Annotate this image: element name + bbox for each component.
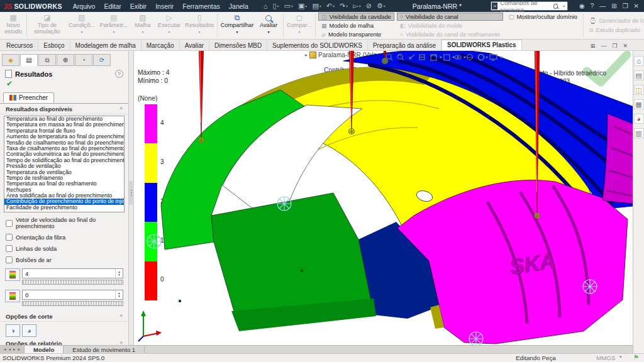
weld-lines-checkbox-row[interactable]: Linhas de solda [6, 245, 128, 252]
close-icon[interactable]: ✕ [634, 3, 639, 9]
checkbox-icon[interactable] [6, 220, 13, 227]
upper-bound-color-button[interactable] [5, 268, 20, 281]
tab-esboco[interactable]: Esboço [38, 41, 70, 50]
section-available-results[interactable]: Resultados disponíveis [0, 104, 128, 114]
tab-estudo-movimento[interactable]: Estudo de movimento 1 [64, 346, 145, 353]
tab-modelagem-de-malha[interactable]: Modelagem de malha [70, 41, 142, 50]
iso-clip-button[interactable]: ◕ [22, 324, 36, 337]
checkbox-icon[interactable] [6, 245, 13, 252]
run-button: ▷ Executar [155, 12, 183, 39]
home-icon[interactable]: ⌂ [262, 3, 270, 10]
menu-inserir[interactable]: Inserir [151, 3, 178, 10]
panel-help-icon[interactable]: ? [115, 70, 123, 78]
show-hide-domain-toggle[interactable]: ▢ Mostrar/ocultar domínio [506, 13, 580, 21]
list-item[interactable]: Facilidade de preenchimento [4, 205, 124, 211]
tab-suplementos[interactable]: Suplementos do SOLIDWORKS [267, 41, 368, 50]
panel-tab-summary-pie[interactable]: ◔ [75, 54, 92, 66]
next-tab-icon[interactable]: ▸ [13, 347, 16, 352]
select-icon[interactable]: ▻▾ [351, 2, 362, 10]
upper-bound-slider[interactable] [22, 280, 123, 285]
fiber-orientation-checkbox-row[interactable]: Orientação da fibra [6, 234, 128, 241]
spinner-arrows-icon[interactable] [115, 290, 123, 299]
heads-up-view-toolbar[interactable] [384, 53, 510, 62]
section-cut-options[interactable]: Opções de corte [0, 311, 128, 322]
prev-tab-icon[interactable]: ◂ [9, 347, 11, 352]
last-tab-icon[interactable]: ▸ [18, 347, 21, 352]
print-icon[interactable]: ▤▾ [310, 2, 323, 10]
save-icon[interactable]: ▣▾ [296, 2, 309, 10]
cut-plane-button[interactable]: ◑ [6, 324, 20, 337]
velocity-vector-checkbox-row[interactable]: Vetor de velocidade ao final do preenchi… [6, 217, 128, 229]
help-icon[interactable]: ? [591, 3, 594, 9]
visibility-toggle-group: ◫ Visibilidade da cavidade ▦ Modelo de m… [318, 12, 580, 39]
view-palette-icon[interactable]: ▦ [634, 99, 644, 109]
evaluate-button[interactable]: Avaliar [255, 12, 282, 39]
undo-icon[interactable]: ↶▾ [325, 2, 336, 10]
doc-close-icon[interactable]: ✕ [623, 43, 628, 49]
panel-tab-tree[interactable]: ⧉ [38, 54, 56, 66]
menu-ferramentas[interactable]: Ferramentas [178, 3, 225, 10]
layout-icon[interactable]: ⊞ [611, 3, 616, 9]
edit-appearance-icon [467, 55, 474, 60]
graphics-viewport[interactable]: Paralama-NRR (Valo... Contribuição de pr… [134, 51, 633, 345]
minimize-icon[interactable]: — [599, 3, 606, 9]
air-traps-checkbox-row[interactable]: Bolsões de ar [6, 256, 128, 263]
panel-tab-plastics-study[interactable]: ◈ [2, 54, 19, 66]
menu-editar[interactable]: Editar [99, 3, 125, 10]
menu-janela[interactable]: Janela [225, 3, 253, 10]
settings-gear-icon[interactable]: ⚙▾ [375, 2, 387, 10]
tab-recursos[interactable]: Recursos [1, 41, 38, 50]
panel-tab-sync[interactable]: ⟳ [93, 54, 111, 66]
channel-visibility-toggle[interactable]: ⌗ Visibilidade do canal [397, 13, 503, 21]
upper-bound-spinner[interactable]: 4 [22, 268, 123, 278]
section-report-options[interactable]: Opções de relatório [0, 338, 128, 345]
tab-preparacao-analise[interactable]: Preparação da análise [368, 41, 441, 50]
lower-bound-spinner[interactable]: 0 [22, 290, 123, 300]
status-units[interactable]: MMGS [596, 354, 615, 361]
attach-icon[interactable]: ⊘ [364, 2, 374, 10]
redo-icon[interactable]: ↷▾ [338, 2, 350, 10]
task-home-icon[interactable]: ⌂ [634, 56, 644, 66]
spinner-arrows-icon[interactable] [115, 269, 123, 278]
panel-tab-results-list[interactable]: ▤ [20, 54, 38, 66]
open-file-icon[interactable]: ▭▾ [282, 2, 295, 10]
custom-properties-icon[interactable]: ▥ [634, 128, 644, 138]
units-caret-icon[interactable]: ▾ [619, 354, 622, 359]
panel-splitter-grip[interactable] [129, 181, 134, 205]
file-explorer-icon[interactable]: ◫ [634, 85, 644, 95]
transparent-model-toggle[interactable]: ▱ Modelo transparente [318, 30, 394, 38]
cavity-visibility-toggle[interactable]: ◫ Visibilidade da cavidade [318, 13, 394, 21]
checkbox-icon[interactable] [6, 256, 13, 263]
share-button[interactable]: ⧉ Compartilhar [219, 12, 255, 39]
first-tab-icon[interactable]: ◂ [4, 347, 6, 352]
new-file-icon[interactable]: ▯▾ [270, 2, 280, 10]
tab-avaliar[interactable]: Avaliar [180, 41, 209, 50]
doc-layout-icon[interactable]: ⊞ [591, 43, 596, 49]
restore-icon[interactable]: ❐ [623, 3, 628, 9]
design-library-icon[interactable]: ▤ [634, 70, 644, 80]
menu-exibir[interactable]: Exibir [126, 3, 151, 10]
mesh-model-toggle[interactable]: ▦ Modelo de malha [318, 21, 394, 30]
appearances-icon[interactable]: ◕ [634, 114, 644, 124]
doc-minimize-icon[interactable]: — [601, 43, 606, 49]
search-icon[interactable] [553, 4, 558, 9]
tab-modelo[interactable]: Modelo [25, 346, 64, 353]
tab-solidworks-plastics[interactable]: SOLIDWORKS Plastics [441, 40, 521, 50]
doc-restore-icon[interactable]: ❐ [612, 43, 617, 49]
lower-bound-slider[interactable] [22, 301, 123, 306]
section-view-icon [419, 55, 425, 60]
tab-marcacao[interactable]: Marcação [142, 41, 180, 50]
menu-arquivo[interactable]: Arquivo [69, 3, 100, 10]
panel-tab-target[interactable]: ⊕ [57, 54, 74, 66]
model-canvas[interactable]: SKA [143, 51, 633, 345]
checkbox-icon[interactable] [6, 234, 13, 241]
simulation-type-icon: ◪ [43, 14, 50, 23]
lower-bound-color-button[interactable] [5, 290, 20, 302]
tab-dimensoes-mbd[interactable]: Dimensões MBD [209, 41, 267, 50]
fill-tab[interactable]: Preencher [3, 92, 54, 102]
status-tag-icon[interactable]: ⚑ [633, 354, 639, 361]
search-input[interactable]: > Comandos de pesquisa ▾ [491, 1, 568, 11]
status-version: SOLIDWORKS Premium 2024 SP5.0 [3, 354, 104, 361]
account-icon[interactable]: ◉ [579, 3, 585, 9]
search-caret-icon[interactable]: ▾ [563, 4, 565, 8]
